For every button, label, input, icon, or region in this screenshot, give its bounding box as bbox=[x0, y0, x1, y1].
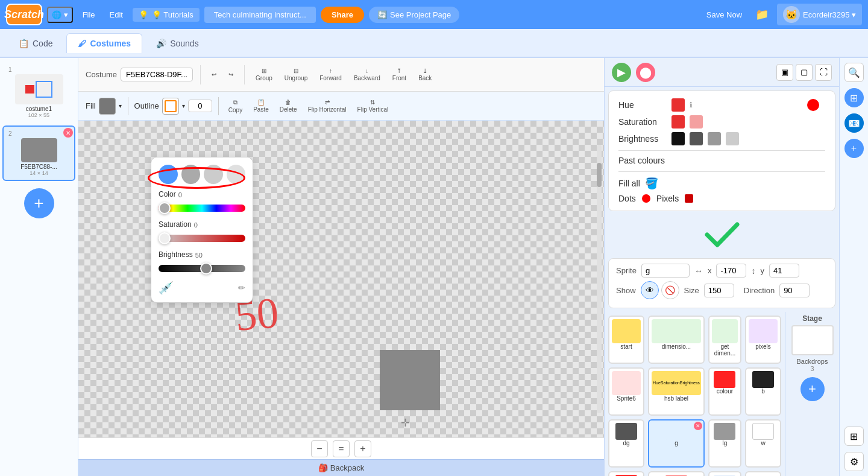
show-visible-button[interactable]: 👁 bbox=[641, 281, 659, 299]
sprite-name-input[interactable]: g bbox=[641, 264, 690, 278]
zoom-in-button[interactable]: + bbox=[354, 440, 371, 457]
ungroup-button[interactable]: ⊟ Ungroup bbox=[281, 65, 311, 84]
pencil-icon[interactable]: ✏ bbox=[238, 283, 245, 293]
bright-swatch-light[interactable] bbox=[726, 132, 739, 145]
sprite-card-g[interactable]: ✕ g bbox=[648, 419, 705, 468]
outline-dropdown-arrow[interactable]: ▾ bbox=[182, 103, 185, 109]
grid-icon-button[interactable]: ⊞ bbox=[844, 427, 864, 446]
bright-swatch-black[interactable] bbox=[671, 132, 685, 145]
play-button[interactable]: ▶ bbox=[612, 63, 631, 82]
front-button[interactable]: ⤒ Front bbox=[389, 65, 410, 84]
redo-button[interactable]: ↪ bbox=[225, 69, 237, 80]
add-sprite-button[interactable]: + bbox=[800, 377, 825, 401]
zoom-out-button[interactable]: − bbox=[311, 440, 328, 457]
group-button[interactable]: ⊞ Group bbox=[252, 65, 276, 84]
sprite-card-w[interactable]: w bbox=[745, 419, 781, 468]
plus-icon-button[interactable]: + bbox=[844, 139, 864, 158]
bright-swatch-gray2[interactable] bbox=[708, 132, 721, 145]
dots-red-dot[interactable] bbox=[642, 194, 650, 203]
costume-item-1[interactable]: 1 costume1 102 × 55 bbox=[2, 62, 75, 123]
cp-saturation-thumb[interactable] bbox=[159, 232, 171, 244]
search-icon-button[interactable]: 🔍 bbox=[844, 63, 864, 82]
sprite-card-start[interactable]: start bbox=[608, 316, 644, 364]
folder-icon-button[interactable]: 📁 bbox=[752, 5, 772, 24]
file-menu[interactable]: File bbox=[78, 8, 100, 22]
sprite-card-s0[interactable]: s0 bbox=[708, 471, 741, 476]
small-stage-button[interactable]: ▣ bbox=[776, 64, 793, 81]
cp-brightness-thumb[interactable] bbox=[200, 262, 212, 274]
stop-button[interactable]: ⬤ bbox=[636, 63, 655, 82]
settings-icon-button[interactable]: ⚙ bbox=[844, 452, 864, 471]
flip-vertical-button[interactable]: ⇅ Flip Vertical bbox=[354, 97, 392, 115]
forward-button[interactable]: ↑ Forward bbox=[316, 65, 345, 84]
project-title[interactable]: Tech culminating instruct... bbox=[204, 7, 316, 23]
pixels-dark-red-dot[interactable] bbox=[685, 194, 693, 203]
scratch-logo[interactable]: Scratch bbox=[6, 4, 42, 25]
sprite-card-sprite6[interactable]: Sprite6 bbox=[608, 367, 644, 416]
backward-button[interactable]: ↓ Backward bbox=[350, 65, 384, 84]
hue-swatch-red[interactable] bbox=[671, 98, 685, 112]
size-input[interactable]: 150 bbox=[704, 284, 734, 297]
cp-swatch-gray3[interactable] bbox=[227, 165, 246, 184]
cp-color-thumb[interactable] bbox=[159, 202, 171, 214]
fill-dropdown-arrow[interactable]: ▾ bbox=[119, 103, 122, 109]
delete-badge-2[interactable]: ✕ bbox=[63, 128, 73, 138]
sprite-card-dg[interactable]: dg bbox=[608, 419, 644, 468]
eyedropper-icon[interactable]: 💉 bbox=[159, 281, 174, 295]
scrollbar-thumb[interactable] bbox=[597, 163, 602, 187]
tab-costumes[interactable]: 🖌 Costumes bbox=[66, 33, 142, 53]
see-project-button[interactable]: 🔄 See Project Page bbox=[369, 7, 459, 23]
costume-name-input[interactable]: F5EB7C88-D9F... bbox=[121, 68, 193, 81]
sat-swatch-pink[interactable] bbox=[690, 115, 703, 129]
tab-sounds[interactable]: 🔊 Sounds bbox=[145, 33, 210, 53]
outlook-icon-button[interactable]: 📧 bbox=[844, 113, 864, 133]
sat-swatch-red[interactable] bbox=[671, 115, 685, 129]
show-hidden-button[interactable]: 🚫 bbox=[661, 281, 679, 299]
cp-swatch-gray2[interactable] bbox=[204, 165, 223, 184]
cp-brightness-slider[interactable] bbox=[159, 262, 245, 274]
cp-swatch-blue[interactable] bbox=[159, 165, 178, 184]
sprite-del-g[interactable]: ✕ bbox=[694, 422, 702, 430]
tutorials-button[interactable]: 💡 💡 Tutorials bbox=[133, 8, 200, 22]
large-stage-button[interactable]: ▢ bbox=[796, 64, 813, 81]
cp-saturation-slider[interactable] bbox=[159, 232, 245, 244]
sprite-card-s100[interactable]: s100 bbox=[608, 471, 644, 476]
sprite-card-colour[interactable]: colour bbox=[708, 367, 741, 416]
delete-button[interactable]: 🗑 Delete bbox=[276, 97, 301, 115]
stage-preview[interactable] bbox=[791, 325, 834, 355]
cp-swatch-gray1[interactable] bbox=[181, 165, 201, 184]
fill-swatch[interactable] bbox=[99, 98, 116, 115]
flip-horizontal-button[interactable]: ⇌ Flip Horizontal bbox=[304, 97, 350, 115]
user-menu[interactable]: 🐱 Ecordeir3295 ▾ bbox=[777, 4, 862, 25]
extension-icon-button[interactable]: ⊞ bbox=[844, 88, 864, 107]
zoom-reset-button[interactable]: = bbox=[333, 440, 350, 457]
sprite-card-lg[interactable]: lg bbox=[708, 419, 741, 468]
back-button[interactable]: ⤓ Back bbox=[415, 65, 435, 84]
share-button[interactable]: Share bbox=[321, 7, 364, 23]
sprite-card-b[interactable]: b bbox=[745, 367, 781, 416]
sprite-card-s50[interactable]: s50 bbox=[648, 471, 705, 476]
costume-item-2[interactable]: ✕ 2 F5EB7C88-... 14 × 14 bbox=[2, 125, 75, 181]
sprite-card-info[interactable]: ⓪ bbox=[745, 471, 781, 476]
x-input[interactable]: -170 bbox=[716, 264, 746, 278]
sprite-card-pixels[interactable]: pixels bbox=[745, 316, 781, 364]
undo-button[interactable]: ↩ bbox=[208, 69, 220, 80]
cp-color-slider[interactable] bbox=[159, 202, 245, 214]
bright-swatch-gray1[interactable] bbox=[690, 132, 703, 145]
canvas-scrollbar[interactable] bbox=[597, 145, 602, 413]
paste-button[interactable]: 📋 Paste bbox=[250, 97, 272, 115]
fill-all-icon[interactable]: 🪣 bbox=[645, 177, 658, 190]
backpack-bar[interactable]: 🎒 Backpack bbox=[78, 459, 604, 476]
sprite-card-getdimen[interactable]: get dimen... bbox=[708, 316, 741, 364]
copy-button[interactable]: ⧉ Copy bbox=[225, 97, 246, 116]
stroke-value-input[interactable]: 0 bbox=[188, 100, 212, 112]
add-costume-button[interactable]: + bbox=[24, 188, 54, 218]
edit-menu[interactable]: Edit bbox=[105, 8, 128, 22]
fullscreen-button[interactable]: ⛶ bbox=[815, 64, 832, 81]
sprite-card-dimensio[interactable]: dimensio... bbox=[648, 316, 705, 364]
y-input[interactable]: 41 bbox=[769, 264, 799, 278]
tab-code[interactable]: 📋 Code bbox=[7, 33, 64, 53]
save-now-button[interactable]: Save Now bbox=[702, 8, 747, 22]
sprite-card-hsblabel[interactable]: Hue Saturation Brightness hsb label bbox=[648, 367, 705, 416]
globe-button[interactable]: 🌐 ▾ bbox=[47, 7, 73, 23]
